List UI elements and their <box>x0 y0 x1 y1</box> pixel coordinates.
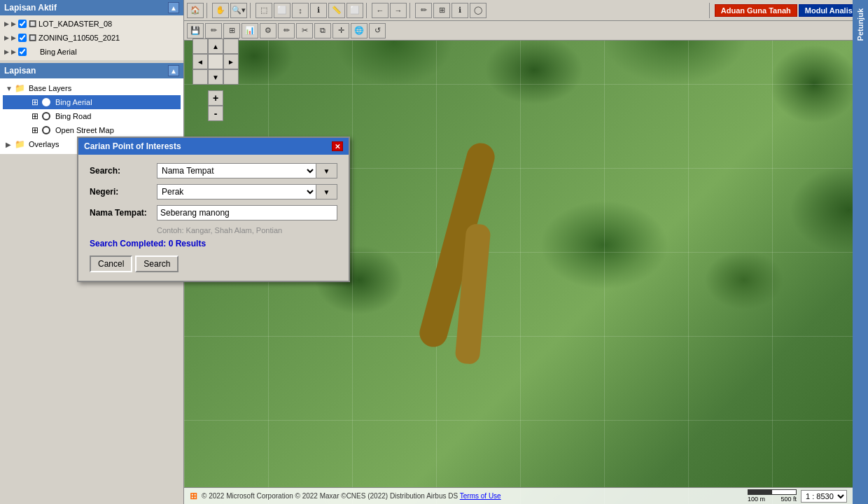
tree-base-layers[interactable]: ▼ 📁 Base Layers <box>3 81 181 95</box>
nama-tempat-input[interactable]: Seberang manong <box>157 205 337 220</box>
bing-aerial-icon: ⊞ <box>31 97 38 107</box>
scale-labels: 100 m 500 ft <box>748 496 797 503</box>
bing-road-radio[interactable] <box>42 112 50 120</box>
zoom-level-select[interactable]: 1 : 8530 <box>801 490 847 503</box>
negeri-label: Negeri: <box>90 187 153 197</box>
carian-dialog: Carian Point of Interests ✕ Search: Nama… <box>77 136 350 282</box>
settings-button[interactable]: ⚙ <box>260 23 276 38</box>
layer-button[interactable]: ⧉ <box>314 23 331 38</box>
scissors-button[interactable]: ✂ <box>296 23 313 38</box>
pan-down-left <box>192 69 208 85</box>
layer-check-zoning[interactable] <box>18 34 27 42</box>
dialog-close-button[interactable]: ✕ <box>332 141 343 151</box>
osm-icon: ⊞ <box>31 125 38 135</box>
layer-name-lot: LOT_KADASTER_08 <box>38 20 179 28</box>
layer-check-lot[interactable] <box>18 20 27 28</box>
result-text: Search Completed: 0 Results <box>90 239 337 248</box>
active-layer-lot[interactable]: ▶ ▶ 🔲 LOT_KADASTER_08 <box>1 17 182 31</box>
negeri-select[interactable]: Perak Selangor Johor Kedah <box>157 184 316 200</box>
tree-osm[interactable]: ⊞ Open Street Map <box>3 123 181 137</box>
zoom-extent-button[interactable]: ⬜ <box>346 3 363 18</box>
measure-button[interactable]: 📏 <box>328 3 345 18</box>
scale-seg-1 <box>748 489 772 495</box>
layer-name-bing: Bing Aerial <box>40 48 179 56</box>
negeri-dropdown-btn[interactable]: ▼ <box>316 184 337 200</box>
lapisan-aktif-expand-btn[interactable]: ▲ <box>168 2 179 13</box>
pan-left-button[interactable]: ◄ <box>192 54 208 69</box>
scale-100m: 100 m <box>748 496 765 503</box>
edit2-button[interactable]: ⊞ <box>433 3 450 18</box>
negeri-row: Negeri: Perak Selangor Johor Kedah ▼ <box>90 184 337 200</box>
edit1-button[interactable]: ✏ <box>415 3 432 18</box>
circle-button[interactable]: ◯ <box>470 3 486 18</box>
search-type-dropdown-btn[interactable]: ▼ <box>316 163 337 178</box>
pan-down-button[interactable]: ▼ <box>208 69 223 85</box>
nama-tempat-label: Nama Tempat: <box>90 208 153 218</box>
layer-icon-bing: ▶ <box>4 48 9 55</box>
scale-bar-visual: 100 m 500 ft <box>748 489 797 503</box>
layer-check-bing[interactable] <box>18 48 27 56</box>
move-button[interactable]: ↕ <box>292 3 309 18</box>
select-button[interactable]: ⬚ <box>255 3 272 18</box>
layer-icon-lot2: ▶ <box>11 20 16 27</box>
refresh-button[interactable]: ↺ <box>369 23 386 38</box>
copyright-text: © 2022 Microsoft Corporation © 2022 Maxa… <box>202 492 748 500</box>
globe-button[interactable]: 🌐 <box>351 23 368 38</box>
pan-button[interactable]: ✋ <box>212 3 229 18</box>
nama-tempat-row: Nama Tempat: Seberang manong <box>90 205 337 220</box>
active-layer-bing[interactable]: ▶ ▶ Bing Aerial <box>1 45 182 59</box>
zoom-out-button[interactable]: - <box>208 106 223 121</box>
search-label: Search: <box>90 166 153 176</box>
save-button[interactable]: 💾 <box>187 23 204 38</box>
search-input-wrapper: Nama Tempat ▼ <box>157 163 337 178</box>
layer-icon-zoning: ▶ <box>4 34 9 41</box>
edit-pen-button[interactable]: ✏ <box>205 23 222 38</box>
aduan-guna-tanah-button[interactable]: Aduan Guna Tanah <box>715 4 797 17</box>
bing-aerial-radio[interactable] <box>42 98 50 106</box>
overlays-folder-icon: 📁 <box>15 139 25 149</box>
pan-up-button[interactable]: ▲ <box>208 38 223 54</box>
pan-controls: ▲ ◄ ► ▼ <box>192 38 239 85</box>
select2-button[interactable]: ⬜ <box>274 3 290 18</box>
active-layer-zoning[interactable]: ▶ ▶ 🔲 ZONING_110505_2021 <box>1 31 182 45</box>
tree-bing-road[interactable]: ⊞ Bing Road <box>3 109 181 123</box>
arrow-left-button[interactable]: ← <box>372 3 388 18</box>
table-button[interactable]: ⊞ <box>223 23 240 38</box>
dialog-titlebar: Carian Point of Interests ✕ <box>78 138 349 155</box>
tree-bing-aerial[interactable]: ⊞ Bing Aerial <box>3 95 181 109</box>
arrow-right-button[interactable]: → <box>390 3 407 18</box>
pan-up-left <box>192 38 208 54</box>
lapisan-header: Lapisan ▲ <box>0 63 183 78</box>
home-button[interactable]: 🏠 <box>187 3 204 18</box>
copyright-main: © 2022 Microsoft Corporation © 2022 Maxa… <box>202 492 458 500</box>
search-button[interactable]: Search <box>135 255 178 272</box>
second-toolbar: 💾 ✏ ⊞ 📊 ⚙ ✏ ✂ ⧉ ✛ 🌐 ↺ <box>184 21 868 41</box>
pan-center-button[interactable] <box>208 54 223 69</box>
osm-label: Open Street Map <box>55 126 178 134</box>
scale-seg-2 <box>772 489 797 495</box>
base-layers-expand-icon: ▼ <box>6 85 13 92</box>
osm-radio[interactable] <box>42 126 50 134</box>
layer-icon-lot3: 🔲 <box>29 20 36 27</box>
dialog-body: Search: Nama Tempat ▼ Negeri: Perak Sela… <box>78 155 349 281</box>
search-row: Search: Nama Tempat ▼ <box>90 163 337 178</box>
active-layers-panel: ▶ ▶ 🔲 LOT_KADASTER_08 ▶ ▶ 🔲 ZONING_11050… <box>0 15 183 60</box>
overlays-expand-icon: ▶ <box>6 141 13 148</box>
petunjuk-label: Petunjuk <box>856 8 864 41</box>
graph-button[interactable]: 📊 <box>241 23 258 38</box>
move2-button[interactable]: ✛ <box>332 23 349 38</box>
pan-up-right <box>223 38 239 54</box>
info-button[interactable]: ℹ <box>451 3 468 18</box>
zoom-in-button[interactable]: + <box>208 90 223 106</box>
base-layers-label: Base Layers <box>29 84 178 92</box>
pan-right-button[interactable]: ► <box>223 54 239 69</box>
cancel-button[interactable]: Cancel <box>90 255 132 272</box>
scale-500ft: 500 ft <box>780 496 797 503</box>
terms-link[interactable]: Terms of Use <box>460 492 501 500</box>
right-sidebar: Petunjuk <box>853 0 868 504</box>
identify-button[interactable]: ℹ <box>310 3 327 18</box>
lapisan-expand-btn[interactable]: ▲ <box>168 65 179 76</box>
search-type-select[interactable]: Nama Tempat <box>157 163 316 178</box>
zoom-dropdown-button[interactable]: 🔍▾ <box>230 3 247 18</box>
edit3-button[interactable]: ✏ <box>278 23 295 38</box>
